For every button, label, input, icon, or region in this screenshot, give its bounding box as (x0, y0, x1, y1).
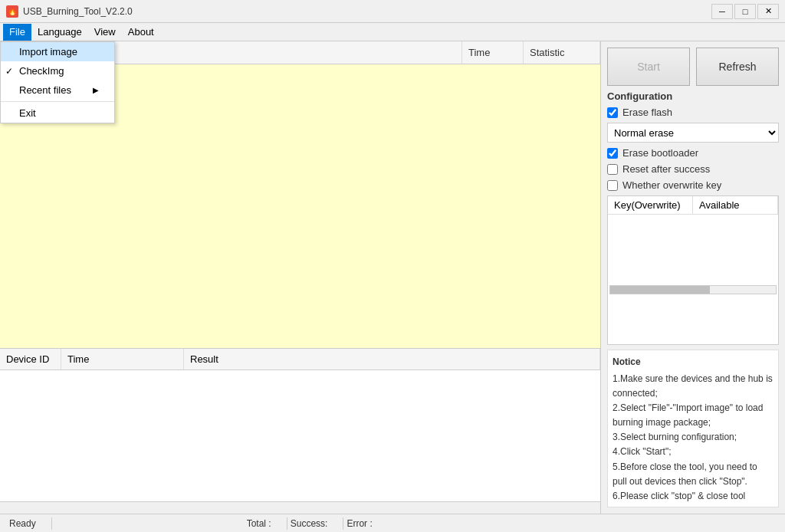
menu-file[interactable]: File (3, 24, 31, 41)
key-table-header: Key(Overwrite) Available (608, 196, 778, 215)
menu-exit[interactable]: Exit (1, 103, 114, 123)
refresh-button[interactable]: Refresh (696, 48, 779, 86)
window-title: USB_Burning_Tool_V2.2.0 (23, 6, 133, 17)
log-col-time: Time (61, 349, 184, 369)
reset-after-success-checkbox[interactable] (607, 164, 618, 175)
check-img-label: CheckImg (19, 65, 64, 77)
import-image-label: Import image (19, 46, 77, 57)
overwrite-key-checkbox[interactable] (607, 180, 618, 191)
right-panel: Start Refresh Configuration Erase flash … (601, 41, 785, 514)
notice-section: Notice 1.Make sure the devices and the h… (607, 350, 779, 508)
menu-about[interactable]: About (122, 24, 160, 41)
notice-text: 1.Make sure the devices and the hub is c… (613, 372, 774, 504)
log-col-device-id: Device ID (0, 349, 61, 369)
key-scrollbar-thumb[interactable] (610, 286, 710, 294)
action-buttons: Start Refresh (607, 48, 779, 86)
file-dropdown-menu: Import image ✓ CheckImg Recent files ▶ E… (0, 41, 115, 123)
erase-bootloader-label: Erase bootloader (622, 147, 698, 159)
col-empty2 (61, 41, 462, 64)
maximize-button[interactable]: □ (734, 4, 756, 19)
erase-flash-checkbox[interactable] (607, 107, 618, 118)
key-col-available: Available (693, 196, 778, 214)
overwrite-key-row: Whether overwrite key (607, 179, 779, 191)
status-ready: Ready (6, 518, 51, 529)
app-icon: 🔥 (6, 5, 18, 18)
config-title: Configuration (607, 90, 779, 102)
key-col-overwrite: Key(Overwrite) (608, 196, 693, 214)
menu-bar: File Language View About Import image ✓ … (0, 23, 785, 41)
erase-flash-row: Erase flash (607, 107, 779, 118)
title-bar: 🔥 USB_Burning_Tool_V2.2.0 ─ □ ✕ (0, 0, 785, 23)
menu-import-image[interactable]: Import image (1, 42, 114, 61)
key-table-body (608, 215, 778, 284)
status-error: Error : (343, 518, 387, 529)
log-col-result: Result (184, 349, 600, 369)
col-statistic: Statistic (524, 41, 600, 64)
menu-divider (1, 101, 114, 102)
erase-bootloader-row: Erase bootloader (607, 147, 779, 159)
key-table-scroll[interactable] (608, 284, 778, 296)
notice-title: Notice (613, 355, 774, 369)
close-button[interactable]: ✕ (757, 4, 779, 19)
col-time: Time (462, 41, 524, 64)
menu-view[interactable]: View (88, 24, 122, 41)
minimize-button[interactable]: ─ (711, 4, 733, 19)
window-controls: ─ □ ✕ (711, 4, 779, 19)
main-content: Time Statistic Device ID Time Result Sta… (0, 41, 785, 514)
recent-files-label: Recent files (19, 84, 71, 96)
status-success: Success: (287, 518, 343, 529)
erase-bootloader-checkbox[interactable] (607, 148, 618, 159)
overwrite-key-label: Whether overwrite key (622, 179, 721, 191)
menu-recent-files[interactable]: Recent files ▶ (1, 80, 114, 100)
key-scrollbar-track[interactable] (609, 285, 777, 294)
status-divider-1 (51, 517, 52, 530)
log-table-header: Device ID Time Result (0, 349, 600, 370)
exit-label: Exit (19, 107, 36, 119)
check-img-checkmark: ✓ (5, 66, 13, 77)
erase-mode-select[interactable]: Normal erase Full erase (607, 123, 779, 143)
configuration-section: Configuration Erase flash Normal erase F… (607, 90, 779, 191)
key-table: Key(Overwrite) Available (607, 195, 779, 345)
menu-check-img[interactable]: ✓ CheckImg (1, 61, 114, 80)
log-body[interactable] (0, 370, 600, 501)
menu-language[interactable]: Language (31, 24, 88, 41)
erase-flash-label: Erase flash (622, 107, 672, 118)
reset-after-success-label: Reset after success (622, 163, 710, 175)
log-table: Device ID Time Result (0, 348, 600, 501)
submenu-arrow-icon: ▶ (93, 86, 99, 94)
reset-after-success-row: Reset after success (607, 163, 779, 175)
status-bar: Ready Total : Success: Error : (0, 514, 785, 532)
horizontal-scrollbar[interactable] (0, 501, 600, 514)
start-button[interactable]: Start (607, 48, 690, 86)
status-total: Total : (244, 518, 287, 529)
